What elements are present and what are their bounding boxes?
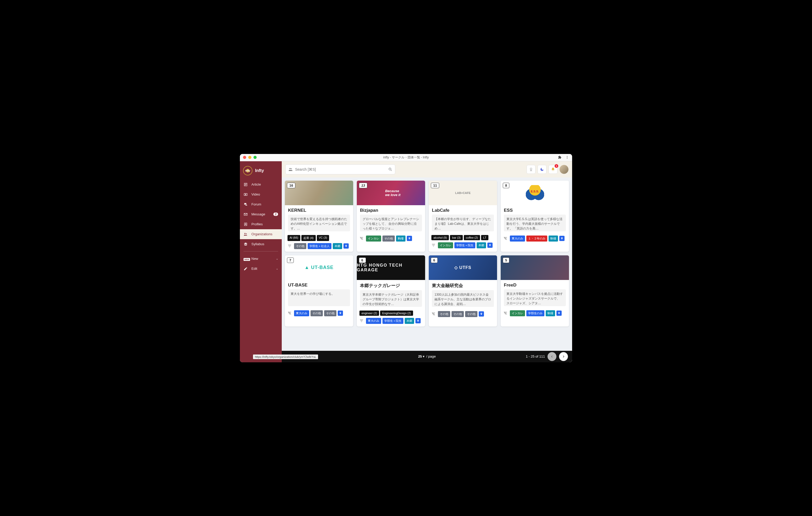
- menu-icon[interactable]: [565, 155, 569, 159]
- location-icon[interactable]: [479, 311, 484, 316]
- chip[interactable]: その他: [324, 310, 337, 316]
- tag[interactable]: AI (66): [288, 235, 300, 241]
- tag[interactable]: LT: [481, 235, 488, 240]
- forum-icon: [243, 202, 248, 207]
- chip[interactable]: その他: [294, 243, 306, 249]
- tag[interactable]: coffee (2): [464, 235, 480, 240]
- chip[interactable]: 学部生＋院生: [382, 318, 403, 324]
- filter-icon[interactable]: [288, 244, 292, 248]
- chip[interactable]: 駒場: [549, 236, 558, 242]
- chip[interactable]: 駒場: [546, 310, 555, 316]
- organization-card[interactable]: 16KERNEL技術で世界を変える志を持つ挑戦者のためのAI特化型インキュベーシ…: [285, 181, 353, 252]
- card-image: 6HTG HONGO TECH GARAGE: [357, 255, 425, 280]
- card-title: KERNEL: [288, 208, 350, 213]
- organization-card[interactable]: 5FreeD東京大学駒場キャンパスを拠点に活動するインカレジャズダンスサークルで…: [501, 255, 569, 327]
- notifications-button[interactable]: 1: [549, 165, 557, 174]
- chip[interactable]: １・２年のみ: [526, 236, 547, 242]
- nav-item-profiles[interactable]: Profiles: [240, 219, 282, 229]
- organization-card[interactable]: 11LAB+CAFELabCafe【本郷の学生が作り出す、ディープなたまり場】 …: [429, 181, 497, 252]
- nav-item-organizations[interactable]: Organizations: [240, 229, 282, 239]
- nav-item-article[interactable]: Article: [240, 180, 282, 189]
- dark-mode-toggle[interactable]: [538, 165, 547, 174]
- tag[interactable]: VC (3): [317, 235, 329, 241]
- brand[interactable]: Infty Infty: [240, 164, 282, 180]
- card-tags: alcohol (9)bar (3)coffee (2)LT: [429, 234, 497, 240]
- chip[interactable]: 東大のみ: [294, 310, 309, 316]
- filter-icon[interactable]: [503, 236, 508, 241]
- card-description: 東京大学本郷テックガレージ（大和証券グループ寄附プロジェクト）は東京大学の学生が…: [360, 290, 422, 307]
- chip[interactable]: インカレ: [510, 310, 525, 316]
- chip[interactable]: 本郷: [405, 318, 414, 324]
- location-icon[interactable]: [556, 310, 562, 316]
- filter-icon[interactable]: [431, 243, 436, 247]
- card-description: グローバルな視座とアントレプレナーシップを核として、 自分の興味分野に沿った様々…: [360, 215, 422, 231]
- close-window[interactable]: [243, 156, 246, 159]
- tag[interactable]: alcohol (9): [431, 235, 449, 240]
- chip[interactable]: 学部生のみ: [526, 310, 544, 316]
- page-size-select[interactable]: 25 ▾: [418, 355, 425, 358]
- card-title: Bizjapan: [360, 208, 422, 213]
- chip[interactable]: 本郷: [476, 242, 486, 248]
- chevron-down-icon: ⌄: [276, 267, 278, 270]
- chip[interactable]: 学部生＋院生: [455, 242, 475, 248]
- next-page-button[interactable]: [559, 352, 568, 361]
- filter-icon[interactable]: [431, 312, 436, 316]
- location-icon[interactable]: [559, 236, 564, 241]
- new-icon: NEW: [243, 256, 248, 261]
- location-icon[interactable]: [338, 310, 343, 316]
- search-input[interactable]: [295, 167, 386, 172]
- chip[interactable]: その他: [382, 236, 395, 242]
- organization-card[interactable]: 8ESS東京大学E.S.S.は英語を使って多様な活動を行う、学内最大規模のサーク…: [501, 181, 569, 252]
- card-title: ESS: [504, 208, 566, 213]
- chip[interactable]: その他: [438, 311, 450, 317]
- search-icon[interactable]: [388, 167, 393, 172]
- chip[interactable]: インカレ: [366, 236, 381, 242]
- filter-icon[interactable]: [359, 236, 364, 241]
- tag[interactable]: 起業 (4): [301, 235, 316, 241]
- filter-icon[interactable]: [359, 318, 364, 323]
- people-icon: [288, 167, 293, 172]
- chip[interactable]: インカレ: [438, 242, 453, 248]
- chip[interactable]: 学部生＋社会人: [308, 243, 331, 249]
- chip[interactable]: 本郷: [333, 243, 342, 249]
- chip[interactable]: 東大のみ: [366, 318, 381, 324]
- per-page-label: / page: [426, 355, 436, 358]
- filter-icon[interactable]: [503, 311, 508, 315]
- chip[interactable]: その他: [311, 310, 323, 316]
- certificate-button[interactable]: [527, 165, 535, 174]
- nav-item-video[interactable]: Video: [240, 189, 282, 200]
- tag[interactable]: bar (3): [450, 235, 463, 240]
- nav-item-new[interactable]: NEWNew⌄: [240, 253, 282, 264]
- nav-item-message[interactable]: Message2: [240, 209, 282, 219]
- chip[interactable]: 駒場: [396, 236, 405, 242]
- filter-icon[interactable]: [288, 311, 292, 315]
- organization-card[interactable]: 7▲ UT-BASEUT-BASE東大を世界一の学び場にする。東大のみその他その…: [285, 255, 353, 327]
- prev-page-button[interactable]: [548, 352, 556, 361]
- card-image: 16: [285, 181, 353, 205]
- organization-card[interactable]: 6HTG HONGO TECH GARAGE本郷テックガレージ東京大学本郷テック…: [357, 255, 425, 327]
- notification-badge: 1: [555, 164, 558, 168]
- maximize-window[interactable]: [254, 156, 257, 159]
- location-icon[interactable]: [407, 236, 412, 241]
- location-icon[interactable]: [415, 318, 420, 323]
- organization-card[interactable]: 13Because we love itBizjapanグローバルな視座とアント…: [357, 181, 425, 252]
- card-image: 6◇ UTFS: [429, 255, 497, 280]
- minimize-window[interactable]: [248, 156, 252, 159]
- extensions-icon[interactable]: [558, 155, 562, 159]
- tag[interactable]: engineer (2): [359, 310, 379, 316]
- nav-item-forum[interactable]: Forum: [240, 200, 282, 209]
- location-icon[interactable]: [344, 243, 349, 249]
- organization-card[interactable]: 6◇ UTFS東大金融研究会1300人以上参加の国内最大ビジネス金融系サークル。…: [429, 255, 497, 327]
- user-avatar[interactable]: [559, 165, 569, 174]
- tag[interactable]: EngineeringDesign (2): [380, 310, 413, 316]
- nav-item-syllabus[interactable]: Syllabus: [240, 239, 282, 249]
- nav-label: Syllabus: [252, 242, 264, 246]
- chip[interactable]: 東大のみ: [510, 236, 525, 242]
- chip[interactable]: その他: [465, 311, 477, 317]
- card-image: 8: [501, 181, 569, 205]
- nav-item-edit[interactable]: Edit⌄: [240, 264, 282, 274]
- location-icon[interactable]: [487, 243, 493, 248]
- chip[interactable]: その他: [452, 311, 464, 317]
- search-box[interactable]: [285, 164, 395, 174]
- card-count: 13: [359, 183, 367, 188]
